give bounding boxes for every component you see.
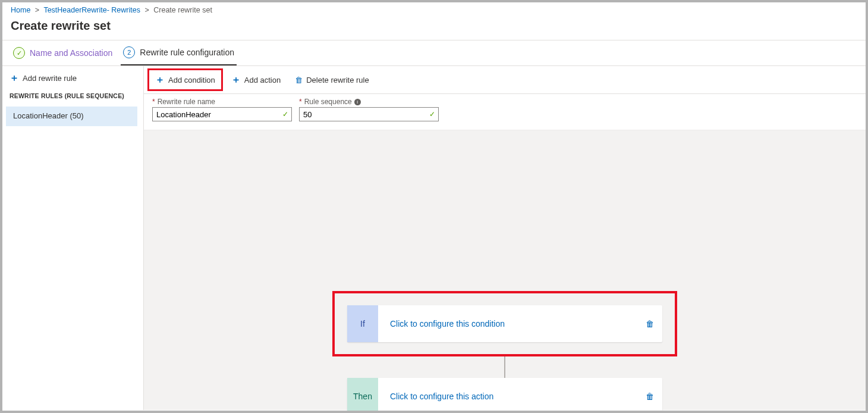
rule-flow-canvas: If Click to configure this condition 🗑 T… (144, 130, 866, 410)
breadcrumb: Home > TestHeaderRewrite- Rewrites > Cre… (2, 2, 866, 17)
rule-list-item-selected[interactable]: LocationHeader (50) (6, 107, 137, 126)
configure-condition-link[interactable]: Click to configure this condition (378, 319, 646, 328)
breadcrumb-home[interactable]: Home (11, 6, 30, 14)
label-text: Rule sequence (304, 98, 352, 106)
check-icon: ✓ (13, 47, 25, 59)
rewrite-rule-name-field: * Rewrite rule name ✓ (152, 98, 292, 121)
if-badge: If (347, 305, 378, 342)
field-label: * Rule sequence i (299, 98, 439, 106)
then-badge: Then (347, 378, 378, 413)
configure-action-link[interactable]: Click to configure this action (378, 392, 646, 401)
button-label: Delete rewrite rule (306, 76, 369, 85)
delete-action-icon[interactable]: 🗑 (646, 392, 662, 401)
breadcrumb-resource[interactable]: TestHeaderRewrite- Rewrites (43, 6, 140, 14)
rule-form: * Rewrite rule name ✓ * Rule sequence i … (144, 94, 866, 130)
delete-rewrite-rule-button[interactable]: 🗑 Delete rewrite rule (289, 71, 375, 89)
sidebar-section-label: REWRITE RULES (RULE SEQUENCE) (2, 90, 143, 105)
rule-sequence-input[interactable] (299, 107, 439, 121)
button-label: Add condition (168, 76, 215, 85)
trash-icon: 🗑 (646, 319, 654, 328)
rules-sidebar: ＋ Add rewrite rule REWRITE RULES (RULE S… (2, 66, 144, 410)
breadcrumb-current: Create rewrite set (153, 6, 212, 14)
button-label: Add action (244, 76, 281, 85)
condition-card-highlight: If Click to configure this condition 🗑 (332, 291, 677, 356)
main-toolbar: ＋ Add condition ＋ Add action 🗑 Delete re… (144, 66, 866, 94)
label-text: Rewrite rule name (158, 98, 215, 106)
trash-icon: 🗑 (295, 76, 303, 85)
tab-label: Rewrite rule configuration (140, 48, 234, 57)
tab-rewrite-rule-config[interactable]: 2 Rewrite rule configuration (121, 40, 237, 65)
chevron-right-icon: > (35, 6, 39, 14)
field-label: * Rewrite rule name (152, 98, 292, 106)
action-card-wrap: Then Click to configure this action 🗑 (332, 378, 677, 413)
required-asterisk: * (152, 98, 155, 106)
button-label: Add rewrite rule (23, 74, 77, 83)
page-title: Create rewrite set (2, 17, 866, 40)
add-action-button[interactable]: ＋ Add action (225, 70, 287, 89)
plus-icon: ＋ (10, 73, 19, 83)
trash-icon: 🗑 (646, 392, 654, 401)
info-icon[interactable]: i (354, 99, 361, 105)
action-card[interactable]: Then Click to configure this action 🗑 (347, 378, 662, 413)
add-rewrite-rule-button[interactable]: ＋ Add rewrite rule (2, 66, 143, 90)
chevron-right-icon: > (144, 6, 149, 14)
plus-icon: ＋ (155, 75, 165, 85)
wizard-tabs: ✓ Name and Association 2 Rewrite rule co… (2, 40, 866, 66)
add-condition-button[interactable]: ＋ Add condition (147, 68, 223, 91)
required-asterisk: * (299, 98, 302, 106)
tab-name-association[interactable]: ✓ Name and Association (11, 41, 115, 65)
plus-icon: ＋ (231, 75, 241, 85)
delete-condition-icon[interactable]: 🗑 (646, 319, 662, 328)
step-number-icon: 2 (123, 46, 135, 58)
rewrite-rule-name-input[interactable] (152, 107, 292, 121)
rule-sequence-field: * Rule sequence i ✓ (299, 98, 439, 121)
main-content: ＋ Add condition ＋ Add action 🗑 Delete re… (144, 66, 866, 410)
condition-card[interactable]: If Click to configure this condition 🗑 (347, 305, 662, 342)
flow-connector (504, 356, 505, 378)
tab-label: Name and Association (30, 48, 112, 58)
